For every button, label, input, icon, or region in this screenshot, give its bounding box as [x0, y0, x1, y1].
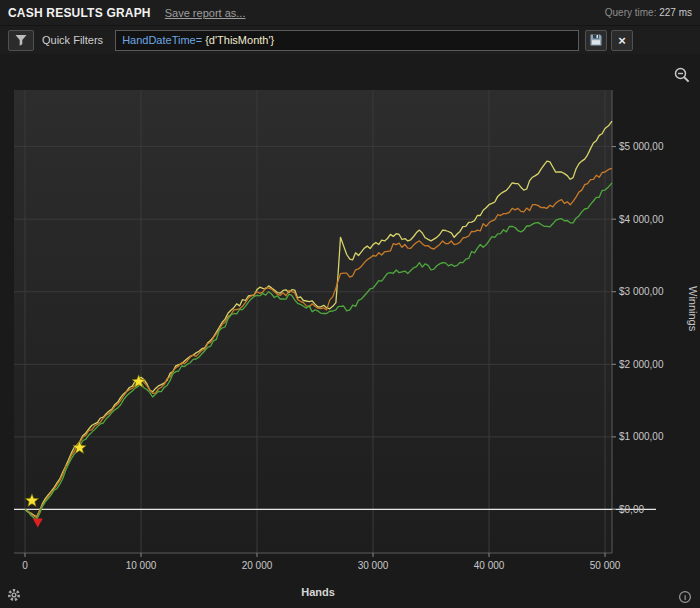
save-report-link[interactable]: Save report as...: [165, 7, 246, 19]
y-tick-label: $0,00: [619, 504, 644, 515]
y-axis-label: Winnings: [687, 286, 699, 331]
filter-bar: Quick Filters HandDateTime= {d'ThisMonth…: [0, 26, 700, 54]
cash-results-graph-window: CASH RESULTS GRAPH Save report as... Que…: [0, 0, 700, 608]
query-time-value: 227 ms: [659, 7, 692, 18]
plot-background: [14, 90, 612, 553]
info-icon[interactable]: i: [678, 590, 692, 608]
filter-value: {d'ThisMonth'}: [202, 34, 274, 46]
save-filter-button[interactable]: [585, 30, 607, 51]
x-tick-label: 0: [22, 560, 28, 571]
y-tick-label: $4 000,00: [619, 214, 664, 225]
filter-funnel-icon: [14, 33, 28, 47]
x-tick-label: 50 000: [590, 560, 621, 571]
info-letter: i: [684, 593, 686, 602]
results-chart[interactable]: 010 00020 00030 00040 00050 000$0,00$1 0…: [0, 54, 700, 608]
x-tick-label: 30 000: [358, 560, 389, 571]
query-time-label: Query time:: [605, 7, 657, 18]
close-icon: ×: [618, 34, 626, 47]
page-title: CASH RESULTS GRAPH: [8, 6, 151, 20]
y-tick-label: $5 000,00: [619, 141, 664, 152]
x-tick-label: 40 000: [474, 560, 505, 571]
y-tick-label: $3 000,00: [619, 286, 664, 297]
x-axis-label: Hands: [268, 586, 368, 598]
zoom-out-icon[interactable]: [673, 66, 691, 88]
filter-field-name: HandDateTime=: [122, 34, 202, 46]
chart-area: 010 00020 00030 00040 00050 000$0,00$1 0…: [0, 54, 700, 608]
y-tick-label: $2 000,00: [619, 359, 664, 370]
quick-filters-label: Quick Filters: [42, 34, 103, 46]
settings-gear-icon[interactable]: [7, 588, 21, 606]
quick-filters-button[interactable]: [8, 30, 34, 51]
x-tick-label: 20 000: [242, 560, 273, 571]
save-floppy-icon: [589, 33, 603, 47]
x-tick-label: 10 000: [126, 560, 157, 571]
filter-expression-input[interactable]: HandDateTime= {d'ThisMonth'}: [115, 30, 579, 51]
y-tick-label: $1 000,00: [619, 431, 664, 442]
close-filter-button[interactable]: ×: [611, 30, 633, 51]
title-bar: CASH RESULTS GRAPH Save report as... Que…: [0, 0, 700, 26]
query-time: Query time: 227 ms: [605, 7, 692, 18]
